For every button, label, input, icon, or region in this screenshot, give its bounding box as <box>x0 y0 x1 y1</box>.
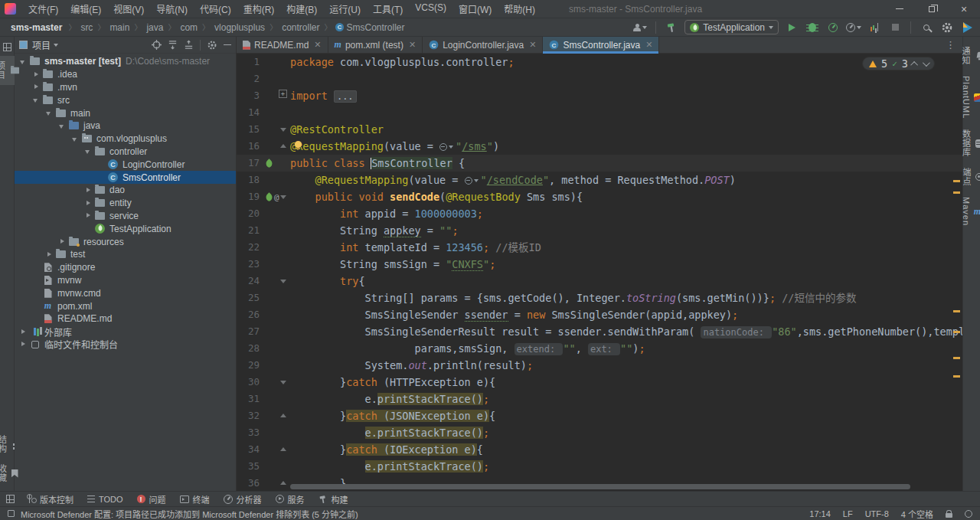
code-text[interactable]: try{ <box>290 273 962 289</box>
tree-row[interactable]: service <box>15 210 236 223</box>
tree-row[interactable]: mvnw <box>15 274 236 287</box>
tree-chevron-icon[interactable] <box>71 135 80 143</box>
code-line[interactable]: 14 <box>237 104 962 121</box>
editor-tab[interactable]: CLoginController.java✕ <box>423 37 543 53</box>
code-line[interactable]: 25 String[] params = {sms.getCode(), Int… <box>237 289 962 306</box>
editor-tab[interactable]: CSmsController.java✕ <box>543 37 659 53</box>
code-text[interactable]: }catch (JSONException e){ <box>290 407 962 424</box>
tool-window-bar-item[interactable]: 服务 <box>270 492 310 507</box>
code-text[interactable]: }catch (IOException e){ <box>290 441 962 458</box>
tree-chevron-icon[interactable] <box>84 211 93 220</box>
tree-chevron-icon[interactable] <box>58 122 67 130</box>
expand-all-icon[interactable] <box>168 40 178 50</box>
menu-item[interactable]: 帮助(H) <box>498 0 541 18</box>
locate-file-icon[interactable] <box>152 40 162 50</box>
code-text[interactable]: SmsSingleSenderResult result = ssender.s… <box>290 323 962 340</box>
tree-row[interactable]: .mvn <box>15 81 236 94</box>
tree-row[interactable]: controller <box>15 146 236 159</box>
code-line[interactable]: 1package com.vlogplusplus.controller; <box>237 54 962 70</box>
code-line[interactable]: 27 SmsSingleSenderResult result = ssende… <box>237 323 962 340</box>
warning-stripe-mark[interactable] <box>953 180 960 182</box>
menu-item[interactable]: 代码(C) <box>194 0 237 18</box>
code-text[interactable]: SmsSingleSender ssender = new SmsSingleS… <box>290 306 962 323</box>
code-text[interactable]: e.printStackTrace(); <box>290 391 962 407</box>
intention-bulb-icon[interactable] <box>295 141 302 148</box>
tool-window-bar-item[interactable]: !问题 <box>132 492 172 507</box>
tree-row[interactable]: CSmsController <box>15 171 236 184</box>
menu-item[interactable]: 视图(V) <box>107 0 150 18</box>
breadcrumb-project[interactable]: sms-master <box>11 22 62 33</box>
tree-chevron-icon[interactable] <box>32 96 41 104</box>
code-line[interactable]: 23 String smsSign = "CNXFS"; <box>237 256 962 273</box>
editor-tab[interactable]: README.md✕ <box>237 37 328 53</box>
collapse-all-icon[interactable] <box>184 40 194 50</box>
code-text[interactable]: }catch (HTTPException e){ <box>290 374 962 391</box>
tree-chevron-icon[interactable] <box>84 147 93 155</box>
breadcrumb-item[interactable]: java <box>145 22 165 33</box>
status-bar-item[interactable]: UTF-8 <box>865 509 889 518</box>
restore-button[interactable] <box>916 0 948 18</box>
code-editor[interactable]: 5 ✓ 3 1package com.vlogplusplus.controll… <box>237 54 962 491</box>
tree-chevron-icon[interactable] <box>19 340 28 348</box>
tree-row[interactable]: resources <box>15 235 236 248</box>
tool-window-bar-item[interactable]: 构建 <box>313 492 354 507</box>
tool-window-bar-item[interactable]: 版本控制 <box>22 492 79 507</box>
code-line[interactable]: 29 System.out.println(result); <box>237 357 962 374</box>
menu-item[interactable]: 运行(U) <box>323 0 367 18</box>
tree-chevron-icon[interactable] <box>45 250 54 259</box>
code-line[interactable]: 24 try{ <box>237 273 962 289</box>
code-text[interactable]: e.printStackTrace(); <box>290 458 962 475</box>
tree-row[interactable]: entity <box>15 197 236 210</box>
warning-stripe-mark[interactable] <box>953 375 960 378</box>
tree-chevron-icon[interactable] <box>19 57 28 66</box>
menu-item[interactable]: VCS(S) <box>409 0 452 18</box>
lock-icon[interactable] <box>946 513 952 518</box>
tree-chevron-icon[interactable] <box>84 199 93 208</box>
code-line[interactable]: 35 e.printStackTrace(); <box>237 458 962 475</box>
code-line[interactable]: 18 @RequestMapping(value = "/sendCode", … <box>237 172 962 188</box>
close-tab-icon[interactable]: ✕ <box>645 40 652 50</box>
code-line[interactable]: 31 e.printStackTrace(); <box>237 391 962 407</box>
code-line[interactable]: 21 String appkey = ""; <box>237 222 962 239</box>
code-text[interactable]: @RequestMapping(value = "/sendCode", met… <box>290 172 962 188</box>
tree-row[interactable]: CLoginController <box>15 158 236 171</box>
run-with-coverage-button[interactable] <box>825 20 841 35</box>
tool-window-button-PlantUML[interactable]: PlantUML <box>960 70 980 124</box>
code-line[interactable]: 28 params,smsSign, extend: "", ext: ""); <box>237 340 962 357</box>
menu-item[interactable]: 构建(B) <box>280 0 323 18</box>
breadcrumb-class[interactable]: SmsController <box>345 22 406 33</box>
horizontal-scrollbar[interactable] <box>290 484 950 489</box>
code-text[interactable]: int appid = 1000000003; <box>290 205 962 222</box>
breadcrumb-item[interactable]: main <box>108 22 131 33</box>
tree-row[interactable]: mvnw.cmd <box>15 286 236 299</box>
tree-row[interactable]: sms-master [test]D:\Code\sms-master <box>15 55 236 68</box>
breadcrumb-item[interactable]: com <box>178 22 199 33</box>
breadcrumb-item[interactable]: src <box>79 22 94 33</box>
fold-marker-icon[interactable] <box>278 475 290 491</box>
code-line[interactable]: 16@RequestMapping(value = "/sms") <box>237 138 962 155</box>
profiler-button[interactable] <box>846 20 861 35</box>
tree-row[interactable]: 外部库 <box>15 325 236 338</box>
tree-chevron-icon[interactable] <box>58 237 67 246</box>
tool-windows-quick-access-icon[interactable] <box>6 495 15 503</box>
close-button[interactable]: × <box>948 0 980 18</box>
code-text[interactable]: @RequestMapping(value = "/sms") <box>290 138 962 155</box>
code-line[interactable]: 32 }catch (JSONException e){ <box>237 407 962 424</box>
code-text[interactable]: @RestController <box>290 121 962 138</box>
notifications-icon[interactable] <box>965 510 972 518</box>
project-panel-title[interactable]: 项目 <box>32 38 51 51</box>
menu-item[interactable]: 重构(R) <box>237 0 281 18</box>
panel-options-gear-icon[interactable] <box>207 40 217 51</box>
code-text[interactable] <box>290 104 962 121</box>
code-line[interactable]: 26 SmsSingleSender ssender = new SmsSing… <box>237 306 962 323</box>
code-line[interactable]: 17public class SmsController { <box>237 155 962 172</box>
fold-marker-icon[interactable] <box>278 374 290 391</box>
debug-button[interactable] <box>805 20 820 35</box>
tool-windows-toggle-icon[interactable] <box>3 43 11 51</box>
tree-chevron-icon[interactable] <box>45 109 54 117</box>
prev-problem-icon[interactable] <box>910 61 918 68</box>
tree-row[interactable]: 临时文件和控制台 <box>15 338 236 352</box>
warning-stripe-mark[interactable] <box>953 191 960 194</box>
fold-marker-icon[interactable] <box>278 273 290 289</box>
code-text[interactable]: params,smsSign, extend: "", ext: ""); <box>290 340 962 357</box>
